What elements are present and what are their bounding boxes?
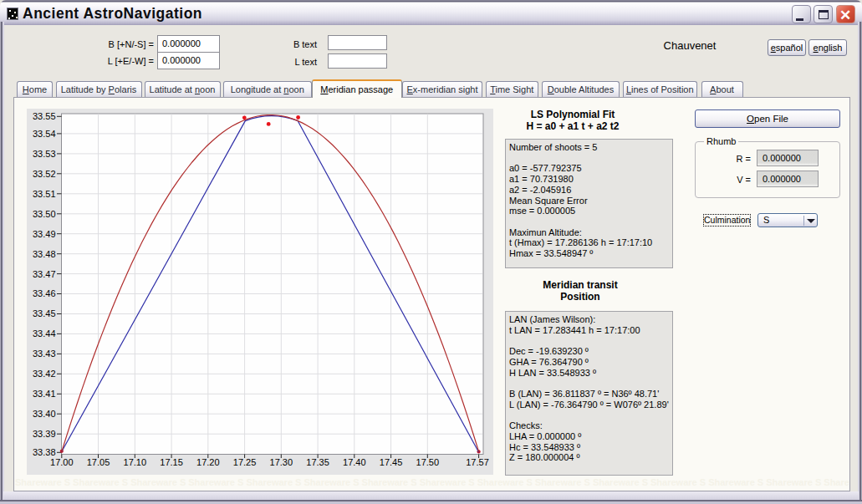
svg-text:33.43: 33.43 bbox=[33, 349, 56, 359]
svg-text:33.42: 33.42 bbox=[33, 369, 56, 379]
svg-text:17.40: 17.40 bbox=[343, 457, 366, 467]
svg-text:17.45: 17.45 bbox=[380, 457, 403, 467]
svg-text:33.48: 33.48 bbox=[33, 249, 56, 259]
svg-text:33.51: 33.51 bbox=[33, 189, 56, 199]
svg-text:33.41: 33.41 bbox=[33, 389, 56, 399]
svg-text:33.44: 33.44 bbox=[33, 328, 56, 339]
svg-text:17.50: 17.50 bbox=[416, 457, 440, 467]
svg-text:33.39: 33.39 bbox=[33, 429, 56, 439]
svg-text:33.47: 33.47 bbox=[33, 269, 56, 279]
svg-text:33.50: 33.50 bbox=[33, 209, 56, 219]
svg-text:33.53: 33.53 bbox=[33, 149, 56, 159]
svg-text:17.00: 17.00 bbox=[50, 457, 74, 467]
svg-text:17.10: 17.10 bbox=[124, 457, 147, 467]
svg-text:17.30: 17.30 bbox=[270, 457, 293, 467]
svg-text:33.40: 33.40 bbox=[33, 409, 56, 419]
svg-text:33.46: 33.46 bbox=[33, 288, 56, 298]
svg-text:17.57: 17.57 bbox=[466, 457, 489, 467]
svg-text:17.35: 17.35 bbox=[306, 457, 329, 467]
svg-text:17.20: 17.20 bbox=[196, 457, 220, 467]
svg-text:33.45: 33.45 bbox=[33, 308, 56, 318]
svg-text:17.25: 17.25 bbox=[233, 457, 257, 467]
svg-text:17.05: 17.05 bbox=[87, 457, 110, 467]
svg-text:33.38: 33.38 bbox=[33, 447, 56, 457]
svg-text:17.15: 17.15 bbox=[160, 457, 183, 467]
svg-text:33.54: 33.54 bbox=[33, 129, 56, 139]
svg-text:33.49: 33.49 bbox=[33, 229, 56, 239]
svg-text:33.52: 33.52 bbox=[33, 169, 56, 179]
svg-text:33.55: 33.55 bbox=[33, 111, 56, 121]
